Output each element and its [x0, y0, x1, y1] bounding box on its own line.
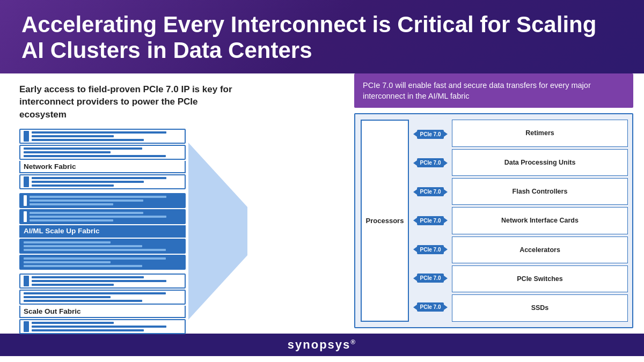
- network-fabric-group: Network Fabric: [19, 129, 186, 189]
- pcie-label-4: PCIe 7.0: [417, 216, 444, 225]
- server-stacks: Network Fabric: [19, 129, 186, 334]
- scale-out-group: Scale Out Fabric: [19, 274, 186, 334]
- server-bar: [24, 261, 111, 263]
- left-subtitle: Early access to field-proven PCIe 7.0 IP…: [19, 83, 234, 121]
- arrow-right-4: [444, 218, 448, 223]
- right-header: PCIe 7.0 will enable fast and secure dat…: [354, 73, 633, 108]
- arrow-right-2: [444, 160, 448, 166]
- page-title: Accelerating Every Interconnect is Criti…: [21, 12, 623, 64]
- arrow-left-6: [413, 276, 417, 281]
- left-section: Early access to field-proven PCIe 7.0 IP…: [0, 73, 354, 334]
- arrow-right-3: [444, 189, 448, 195]
- server-bar: [30, 196, 166, 198]
- main-content: Early access to field-proven PCIe 7.0 IP…: [0, 73, 644, 334]
- pcie-label-2: PCIe 7.0: [417, 158, 444, 167]
- server-bar: [24, 155, 166, 157]
- server-bar: [24, 249, 166, 251]
- funnel-svg: [188, 143, 247, 320]
- processor-box: Processors: [361, 120, 409, 321]
- component-flash: Flash Controllers: [452, 178, 628, 205]
- right-section: PCIe 7.0 will enable fast and secure dat…: [354, 73, 644, 334]
- arrow-right-5: [444, 247, 448, 252]
- arrow-right-7: [444, 305, 448, 310]
- server-bar: [32, 139, 144, 141]
- server-bar: [32, 322, 114, 324]
- arrow-left-5: [413, 247, 417, 252]
- aiml-fabric-label: AI/ML Scale Up Fabric: [19, 225, 186, 238]
- server-bar: [30, 200, 143, 202]
- server-bar: [30, 219, 113, 221]
- server-bars: [30, 196, 181, 205]
- server-row: [19, 174, 186, 189]
- pcie-arrows-column: PCIe 7.0 PCIe 7.0 PCIe 7.0 PCIe 7.0: [409, 120, 452, 321]
- server-bar: [24, 245, 142, 247]
- component-accelerators: Accelerators: [452, 237, 628, 263]
- server-icon: [24, 195, 27, 206]
- logo-text: SYNOPSYS®: [288, 338, 356, 351]
- network-fabric-label: Network Fabric: [19, 161, 186, 173]
- component-ssds: SSDs: [452, 294, 628, 321]
- server-bars: [24, 292, 181, 302]
- scale-out-label: Scale Out Fabric: [19, 306, 186, 318]
- arrow-right-1: [444, 131, 448, 137]
- server-bars: [24, 147, 181, 157]
- pcie-arrow-4: PCIe 7.0: [411, 216, 450, 225]
- synopsys-logo: SYNOPSYS®: [288, 338, 356, 352]
- server-row: [19, 145, 186, 160]
- funnel-diagram: [186, 143, 250, 320]
- server-bars: [24, 241, 181, 251]
- server-icon: [24, 176, 29, 187]
- server-row: [19, 129, 186, 144]
- server-bar: [24, 241, 111, 243]
- server-bar: [32, 135, 114, 137]
- server-bar: [30, 216, 166, 218]
- footer: SYNOPSYS®: [0, 334, 644, 356]
- arrow-left-1: [413, 131, 417, 137]
- server-bar: [32, 326, 166, 328]
- pcie-label-7: PCIe 7.0: [417, 302, 444, 312]
- server-bar: [24, 257, 166, 260]
- pcie-arrow-2: PCIe 7.0: [411, 158, 450, 167]
- server-bar: [32, 280, 166, 282]
- pcie-arrow-7: PCIe 7.0: [411, 302, 450, 312]
- header: Accelerating Every Interconnect is Criti…: [0, 0, 644, 73]
- server-bars: [32, 131, 181, 141]
- server-bar: [30, 212, 143, 214]
- server-row: [19, 319, 186, 334]
- server-bars: [32, 177, 181, 187]
- server-icon: [24, 276, 29, 286]
- server-bar: [24, 300, 142, 302]
- server-bars: [32, 276, 181, 286]
- server-bar: [24, 292, 166, 294]
- server-bar: [32, 329, 144, 331]
- server-icon: [24, 131, 29, 142]
- server-bar: [24, 296, 111, 298]
- registered-mark: ®: [350, 338, 356, 345]
- aiml-fabric-group: AI/ML Scale Up Fabric: [19, 193, 186, 270]
- left-diagram: Network Fabric: [19, 129, 343, 334]
- server-icon: [24, 211, 27, 222]
- arrow-left-4: [413, 218, 417, 223]
- pcie-label-5: PCIe 7.0: [417, 245, 444, 254]
- pcie-arrow-5: PCIe 7.0: [411, 245, 450, 254]
- pcie-arrow-6: PCIe 7.0: [411, 274, 450, 283]
- server-row: [19, 209, 186, 224]
- server-bar: [32, 177, 166, 179]
- server-bar: [32, 276, 144, 278]
- server-row: [19, 274, 186, 289]
- server-row: [19, 239, 186, 254]
- server-bar: [24, 151, 111, 153]
- component-nic: Network Interface Cards: [452, 207, 628, 234]
- arrow-left-7: [413, 305, 417, 310]
- server-bar: [32, 284, 114, 286]
- server-bar: [32, 181, 144, 183]
- server-bar: [30, 203, 113, 205]
- svg-marker-0: [188, 143, 247, 320]
- arrow-left-2: [413, 160, 417, 166]
- component-pcie-switches: PCIe Switches: [452, 265, 628, 292]
- right-diagram: Processors PCIe 7.0 PCIe 7.0 PCIe 7.0: [354, 113, 633, 328]
- arrow-right-6: [444, 276, 448, 281]
- pcie-label-3: PCIe 7.0: [417, 187, 444, 196]
- component-column: Retimers Data Processing Units Flash Con…: [452, 120, 628, 321]
- server-row: [19, 290, 186, 305]
